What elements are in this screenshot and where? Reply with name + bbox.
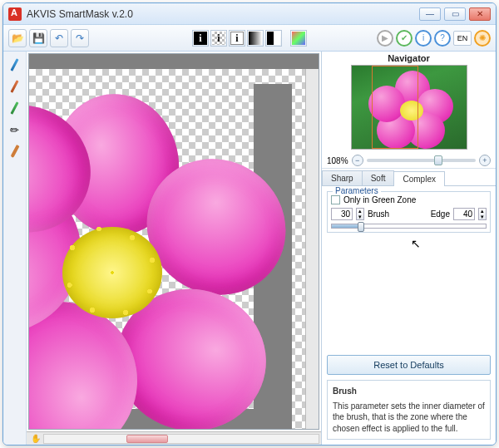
vertical-scrollbar[interactable]	[305, 69, 319, 429]
view-checker-button[interactable]: i	[210, 30, 227, 47]
brush-icon	[10, 145, 19, 158]
zoom-slider-thumb[interactable]	[434, 155, 442, 165]
play-icon: ▶	[382, 33, 388, 42]
tab-complex[interactable]: Complex	[393, 171, 444, 186]
close-button[interactable]: ✕	[469, 7, 491, 21]
eraser-tool[interactable]: ✏	[7, 121, 23, 138]
check-icon: ✔	[401, 33, 408, 42]
zoom-control: 108% − +	[322, 153, 496, 169]
pencil-blue-tool[interactable]	[7, 57, 23, 73]
brush-tool[interactable]	[7, 143, 23, 160]
brush-value-input[interactable]: 30	[331, 208, 353, 220]
save-icon: 💾	[32, 32, 45, 44]
vertical-toolbar: ✏	[3, 52, 27, 445]
gradient-icon	[249, 32, 262, 45]
canvas-area: ✋	[27, 52, 321, 445]
zoom-in-button[interactable]: +	[479, 155, 491, 166]
hand-icon[interactable]: ✋	[31, 434, 41, 443]
help-title: Brush	[333, 386, 485, 397]
info-black-icon: i	[194, 32, 207, 45]
app-icon	[8, 7, 22, 21]
view-original-button[interactable]: i	[192, 30, 209, 47]
half-icon	[267, 32, 280, 45]
pencil-red-tool[interactable]	[7, 78, 23, 95]
pencil-green-tool[interactable]	[7, 100, 23, 116]
chevron-down-icon: ▾	[357, 214, 363, 220]
minimize-button[interactable]: —	[419, 7, 441, 21]
info-icon: i	[422, 33, 424, 42]
main-toolbar: 📂 💾 ↶ ↷ i i i ▶ ✔ i ? EN ✺	[3, 25, 496, 52]
titlebar: AKVIS SmartMask v.2.0 — ▭ ✕	[3, 3, 496, 25]
horizontal-scrollbar[interactable]	[43, 434, 319, 444]
parameters-group: Parameters Only in Green Zone 30 ▴▾ Brus…	[327, 191, 491, 233]
maximize-button[interactable]: ▭	[444, 7, 466, 21]
eraser-icon: ✏	[10, 124, 19, 136]
tab-soft[interactable]: Soft	[362, 170, 395, 185]
pencil-blue-icon	[10, 58, 18, 71]
parameters-legend: Parameters	[333, 186, 381, 195]
app-window: AKVIS SmartMask v.2.0 — ▭ ✕ 📂 💾 ↶ ↷ i i …	[2, 2, 497, 446]
mode-tabs: Sharp Soft Complex	[322, 170, 496, 186]
tab-sharp[interactable]: Sharp	[322, 170, 363, 185]
brush-slider[interactable]	[331, 224, 487, 229]
open-button[interactable]: 📂	[8, 29, 27, 47]
canvas[interactable]	[29, 69, 305, 429]
edge-spinner[interactable]: ▴▾	[478, 208, 487, 220]
horizontal-scroll-thumb[interactable]	[126, 435, 168, 443]
help-body: This parameter sets the inner diameter o…	[333, 401, 485, 435]
redo-icon: ↷	[76, 32, 84, 44]
reset-defaults-button[interactable]: Reset to Defaults	[327, 355, 491, 375]
view-color-button[interactable]	[290, 30, 307, 47]
question-icon: ?	[440, 33, 445, 42]
edge-value-input[interactable]: 40	[453, 208, 475, 220]
ruler-top	[29, 54, 319, 69]
brush-spinner[interactable]: ▴▾	[356, 208, 364, 220]
info-checker-icon: i	[212, 32, 225, 45]
redo-button[interactable]: ↷	[71, 29, 89, 47]
help-button[interactable]: ?	[434, 30, 451, 47]
run-button[interactable]: ▶	[377, 30, 393, 47]
brush-slider-fill	[332, 224, 359, 228]
open-icon: 📂	[12, 32, 24, 44]
undo-button[interactable]: ↶	[50, 29, 68, 47]
edge-label: Edge	[431, 209, 450, 219]
navigator-selection[interactable]	[372, 66, 418, 149]
view-mask-button[interactable]	[247, 30, 264, 47]
info-button[interactable]: i	[415, 30, 432, 47]
navigator-preview[interactable]	[351, 65, 467, 150]
only-green-zone-label: Only in Green Zone	[343, 195, 416, 204]
plus-icon: +	[482, 156, 487, 165]
window-title: AKVIS SmartMask v.2.0	[27, 8, 419, 20]
navigator-title: Navigator	[322, 52, 496, 65]
zoom-value: 108%	[327, 156, 348, 165]
language-button[interactable]: EN	[453, 31, 472, 46]
masked-image	[29, 102, 287, 429]
pencil-red-icon	[10, 80, 18, 93]
save-button[interactable]: 💾	[29, 29, 47, 47]
chevron-down-icon: ▾	[479, 214, 486, 220]
minus-icon: −	[355, 156, 359, 165]
undo-icon: ↶	[55, 32, 63, 44]
zoom-slider[interactable]	[367, 159, 476, 162]
only-green-zone-checkbox[interactable]	[331, 195, 340, 204]
help-panel: Brush This parameter sets the inner diam…	[327, 380, 491, 440]
settings-button[interactable]: ✺	[474, 30, 491, 47]
rainbow-icon	[292, 32, 305, 45]
zoom-out-button[interactable]: −	[352, 155, 363, 166]
pencil-green-icon	[10, 101, 18, 115]
gear-icon: ✺	[479, 33, 486, 42]
info-white-icon: i	[230, 32, 244, 45]
canvas-viewport[interactable]	[28, 53, 319, 430]
brush-label: Brush	[368, 209, 389, 219]
horizontal-scrollbar-row: ✋	[27, 431, 321, 445]
right-panel: Navigator 108% − + Sharp	[321, 52, 496, 445]
view-white-button[interactable]: i	[229, 30, 245, 47]
view-half-button[interactable]	[265, 30, 282, 47]
apply-button[interactable]: ✔	[396, 30, 413, 47]
brush-slider-thumb[interactable]	[358, 222, 364, 232]
